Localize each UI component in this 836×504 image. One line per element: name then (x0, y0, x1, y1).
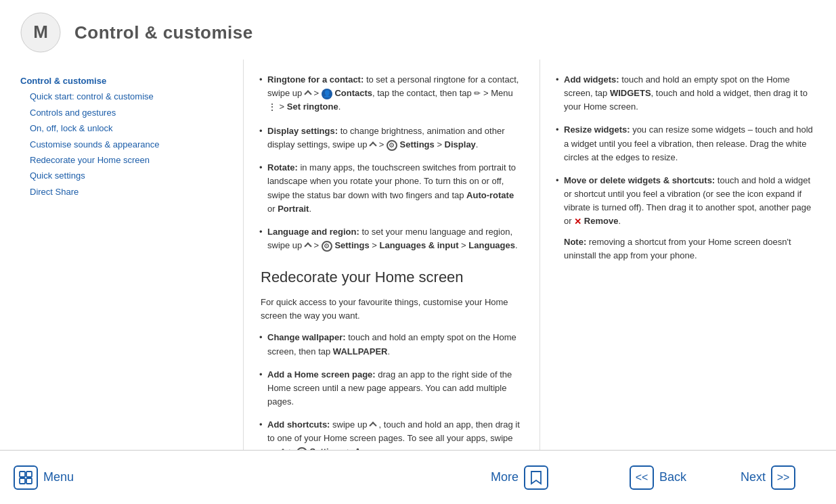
term-add-widgets: Add widgets: (564, 74, 619, 85)
sidebar-item-quick-settings[interactable]: Quick settings (20, 168, 229, 183)
term-rotate: Rotate: (267, 162, 298, 173)
content-right-column: Add widgets: touch and hold an empty spo… (540, 60, 836, 450)
note-block: Note: removing a shortcut from your Home… (564, 235, 819, 262)
list-item-resize-widgets: Resize widgets: you can resize some widg… (557, 123, 819, 164)
note-text: removing a shortcut from your Home scree… (564, 237, 791, 260)
more-bookmark-icon (529, 470, 544, 485)
menu-label: Menu (43, 470, 74, 484)
x-remove-icon: ✕ (574, 215, 581, 229)
sidebar: Control & customise Quick start: control… (0, 60, 244, 450)
settings-label-3: Settings (310, 446, 345, 450)
redecorate-intro: For quick access to your favourite thing… (261, 296, 523, 323)
term-language: Language and region: (267, 227, 359, 237)
languages-input-label: Languages & input (380, 240, 459, 250)
more-button[interactable]: More (491, 465, 548, 490)
chevron-up-icon-4 (369, 421, 376, 429)
autorotate-label: Auto-rotate (466, 190, 514, 200)
svg-rect-3 (26, 472, 32, 477)
contacts-icon: 👤 (322, 89, 332, 99)
menu-button[interactable]: Menu (14, 465, 74, 490)
content-area: Ringtone for a contact: to set a persona… (244, 60, 836, 450)
widgets-label: WIDGETS (610, 88, 651, 98)
settings-label: Settings (399, 139, 434, 150)
chevron-up-icon-2 (369, 141, 376, 149)
term-wallpaper: Change wallpaper: (267, 332, 346, 342)
sidebar-item-control-customise[interactable]: Control & customise (20, 73, 229, 89)
term-ringtone: Ringtone for a contact: (267, 74, 364, 85)
note-label: Note: (564, 237, 586, 247)
menu-icon (14, 465, 38, 490)
redecorate-list: Change wallpaper: touch and hold an empt… (261, 331, 523, 450)
svg-rect-4 (20, 478, 25, 484)
svg-text:<<: << (636, 472, 648, 483)
sidebar-item-direct-share[interactable]: Direct Share (20, 184, 229, 200)
sidebar-item-controls-gestures[interactable]: Controls and gestures (20, 105, 229, 120)
next-label: Next (741, 470, 766, 484)
right-list: Add widgets: touch and hold an empty spo… (557, 73, 819, 262)
list-item-move-delete: Move or delete widgets & shortcuts: touc… (557, 174, 819, 262)
next-arrow-icon: >> (776, 470, 791, 485)
list-item-language: Language and region: to set your menu la… (261, 225, 523, 252)
list-item-add-widgets: Add widgets: touch and hold an empty spo… (557, 73, 819, 114)
chevron-up-icon (304, 90, 311, 97)
menu-grid-icon (18, 470, 33, 485)
content-left-column: Ringtone for a contact: to set a persona… (244, 60, 540, 450)
portrait-label: Portrait (278, 204, 309, 214)
settings-icon-3: ⚙ (296, 447, 307, 450)
pencil-icon: ✏ (474, 87, 481, 100)
svg-rect-2 (20, 472, 25, 477)
back-icon: << (630, 465, 654, 490)
main-layout: Control & customise Quick start: control… (0, 60, 836, 450)
svg-text:M: M (33, 22, 48, 42)
header: M Control & customise (0, 0, 836, 60)
term-add-page: Add a Home screen page: (267, 369, 376, 380)
sidebar-item-redecorate[interactable]: Redecorate your Home screen (20, 152, 229, 168)
languages-label: Languages (468, 240, 515, 250)
list-item-display: Display settings: to change brightness, … (261, 124, 523, 152)
list-item-shortcuts: Add shortcuts: swipe up , touch and hold… (261, 418, 523, 450)
next-button[interactable]: Next >> (741, 465, 795, 490)
list-item-add-page: Add a Home screen page: drag an app to t… (261, 368, 523, 409)
sidebar-item-quick-start[interactable]: Quick start: control & customise (20, 89, 229, 104)
next-icon: >> (771, 465, 795, 490)
term-shortcuts: Add shortcuts: (267, 419, 330, 430)
back-label: Back (659, 470, 686, 484)
svg-rect-5 (26, 478, 32, 484)
list-item-wallpaper: Change wallpaper: touch and hold an empt… (261, 331, 523, 358)
page-title: Control & customise (74, 22, 253, 43)
wallpaper-label: WALLPAPER (333, 346, 388, 357)
sidebar-item-on-off-lock[interactable]: On, off, lock & unlock (20, 120, 229, 136)
sidebar-item-customise-sounds[interactable]: Customise sounds & appearance (20, 137, 229, 152)
contacts-label: Contacts (334, 88, 372, 98)
remove-label: Remove (584, 216, 619, 226)
apps-label: Apps (355, 446, 377, 450)
svg-text:>>: >> (777, 472, 790, 483)
term-resize-widgets: Resize widgets: (564, 124, 630, 135)
term-move-delete: Move or delete widgets & shortcuts: (564, 175, 715, 185)
motorola-logo: M (20, 12, 61, 53)
list-item-ringtone: Ringtone for a contact: to set a persona… (261, 73, 523, 115)
term-display: Display settings: (267, 126, 338, 136)
settings-icon: ⚙ (387, 140, 397, 151)
more-icon (524, 465, 548, 490)
list-item-rotate: Rotate: in many apps, the touchscreen sw… (261, 161, 523, 216)
back-button[interactable]: << Back (630, 465, 686, 490)
more-label: More (491, 470, 519, 484)
dots-icon: ⋮ (267, 100, 277, 115)
left-list: Ringtone for a contact: to set a persona… (261, 73, 523, 252)
settings-icon-2: ⚙ (322, 241, 332, 252)
chevron-up-icon-3 (304, 242, 311, 250)
chevron-up-icon-5 (279, 449, 286, 450)
settings-label-2: Settings (334, 240, 369, 250)
display-label: Display (445, 139, 476, 150)
back-arrow-icon: << (634, 470, 649, 485)
sidebar-navigation: Control & customise Quick start: control… (20, 73, 229, 200)
redecorate-heading: Redecorate your Home screen (261, 266, 523, 289)
set-ringtone-label: Set ringtone (287, 102, 338, 112)
footer: Menu More << Back Next >> (0, 450, 836, 504)
